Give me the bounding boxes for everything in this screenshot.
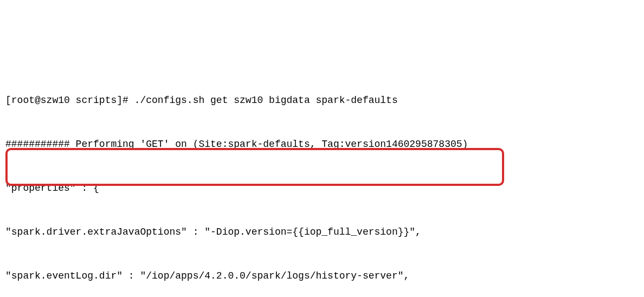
terminal-line: "spark.driver.extraJavaOptions" : "-Diop… <box>5 225 639 240</box>
terminal-line: "spark.eventLog.dir" : "/iop/apps/4.2.0.… <box>5 269 639 283</box>
terminal-line: [root@szw10 scripts]# ./configs.sh get s… <box>5 93 639 108</box>
terminal-line: ########### Performing 'GET' on (Site:sp… <box>5 137 639 152</box>
highlight-rectangle <box>5 148 504 186</box>
terminal-output: [root@szw10 scripts]# ./configs.sh get s… <box>5 64 639 297</box>
terminal-line: "properties" : { <box>5 181 639 196</box>
